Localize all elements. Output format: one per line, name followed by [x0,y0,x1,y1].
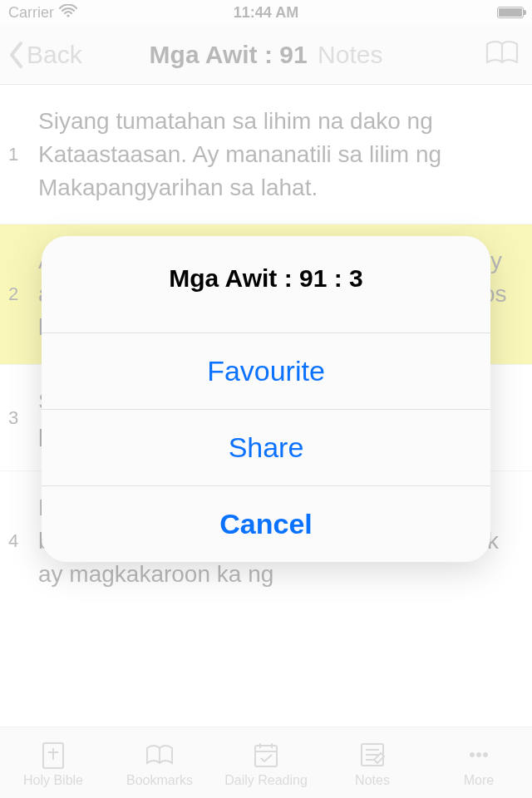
action-sheet: Mga Awit : 91 : 3 Favourite Share Cancel [42,236,490,562]
cancel-button[interactable]: Cancel [42,485,490,562]
share-button[interactable]: Share [42,409,490,485]
modal-overlay[interactable]: Mga Awit : 91 : 3 Favourite Share Cancel [0,0,532,798]
sheet-title: Mga Awit : 91 : 3 [42,236,490,332]
favourite-button[interactable]: Favourite [42,332,490,409]
